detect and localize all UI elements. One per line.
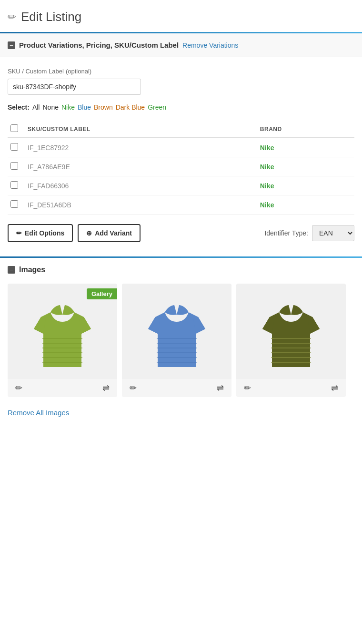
identifier-type-label: Identifier Type:: [264, 229, 308, 237]
brand-cell-3: Nike: [257, 176, 354, 195]
collapse-icon[interactable]: –: [8, 41, 15, 49]
select-nike[interactable]: Nike: [61, 103, 75, 111]
action-row: ✏ Edit Options ⊕ Add Variant Identifier …: [8, 224, 354, 242]
images-section-header: – Images: [0, 258, 362, 276]
brand-cell-2: Nike: [257, 157, 354, 176]
identifier-row: Identifier Type: EAN UPC ISBN ASIN: [264, 225, 354, 241]
select-row: Select: All None Nike Blue Brown Dark Bl…: [8, 103, 354, 111]
shirt-placeholder-2: [122, 284, 231, 379]
select-dark-blue[interactable]: Dark Blue: [116, 103, 145, 111]
images-section: Gallery ✏ ⇌: [0, 276, 362, 424]
sku-input[interactable]: [8, 79, 141, 95]
row-checkbox-1[interactable]: [10, 143, 18, 151]
brand-cell-4: Nike: [257, 195, 354, 215]
sku-label: SKU / Custom Label (optional): [8, 67, 354, 75]
gallery-badge: Gallery: [87, 288, 117, 299]
row-checkbox-4[interactable]: [10, 200, 18, 208]
shirt-placeholder-3: [236, 284, 346, 379]
image-actions-2: ✏ ⇌: [122, 379, 231, 397]
table-header-checkbox: [8, 121, 25, 138]
product-variations-section-header: – Product Variations, Pricing, SKU/Custo…: [0, 33, 362, 57]
edit-listing-icon: ✏: [8, 11, 16, 23]
edit-options-button[interactable]: ✏ Edit Options: [8, 224, 73, 242]
shirt-svg-3: [258, 291, 324, 372]
swap-image-icon-3[interactable]: ⇌: [331, 383, 338, 393]
brand-cell-1: Nike: [257, 138, 354, 157]
sku-cell-2: IF_A786AE9E: [25, 157, 257, 176]
table-row: IF_DE51A6DB Nike: [8, 195, 354, 215]
remove-all-images-link[interactable]: Remove All Images: [8, 409, 69, 417]
sku-cell-4: IF_DE51A6DB: [25, 195, 257, 215]
select-green[interactable]: Green: [148, 103, 166, 111]
variations-section-title: Product Variations, Pricing, SKU/Custom …: [19, 41, 179, 49]
pencil-icon: ✏: [16, 229, 22, 237]
select-none[interactable]: None: [42, 103, 58, 111]
select-all[interactable]: All: [32, 103, 40, 111]
select-label: Select:: [8, 103, 30, 111]
table-row: IF_FAD66306 Nike: [8, 176, 354, 195]
table-row: IF_A786AE9E Nike: [8, 157, 354, 176]
select-blue[interactable]: Blue: [78, 103, 91, 111]
sku-cell-1: IF_1EC87922: [25, 138, 257, 157]
page-title: Edit Listing: [21, 10, 81, 24]
edit-image-icon-3[interactable]: ✏: [244, 383, 251, 393]
remove-variations-link[interactable]: Remove Variations: [182, 41, 238, 49]
add-variant-label: Add Variant: [95, 229, 132, 237]
swap-image-icon-1[interactable]: ⇌: [102, 383, 110, 393]
images-collapse-icon[interactable]: –: [8, 266, 15, 274]
page-header: ✏ Edit Listing: [0, 0, 362, 32]
plus-icon: ⊕: [86, 229, 92, 237]
image-item-1: Gallery ✏ ⇌: [8, 284, 117, 397]
images-section-title: Images: [19, 266, 45, 274]
image-item-2: ✏ ⇌: [122, 284, 231, 397]
add-variant-button[interactable]: ⊕ Add Variant: [78, 224, 141, 242]
shirt-svg-2: [143, 291, 210, 372]
select-brown[interactable]: Brown: [94, 103, 113, 111]
sku-optional: (optional): [66, 68, 91, 75]
shirt-svg-1: [29, 291, 96, 372]
image-actions-3: ✏ ⇌: [236, 379, 346, 397]
table-header-brand: BRAND: [257, 121, 354, 138]
row-checkbox-2[interactable]: [10, 162, 18, 170]
variants-table: SKU/CUSTOM LABEL BRAND IF_1EC87922 Nike …: [8, 121, 354, 215]
variations-content: SKU / Custom Label (optional) Select: Al…: [0, 57, 362, 256]
image-item-3: ✏ ⇌: [236, 284, 346, 397]
table-row: IF_1EC87922 Nike: [8, 138, 354, 157]
edit-image-icon-1[interactable]: ✏: [15, 383, 22, 393]
identifier-type-select[interactable]: EAN UPC ISBN ASIN: [312, 225, 354, 241]
edit-image-icon-2[interactable]: ✏: [130, 383, 137, 393]
sku-cell-3: IF_FAD66306: [25, 176, 257, 195]
table-header-sku: SKU/CUSTOM LABEL: [25, 121, 257, 138]
image-actions-1: ✏ ⇌: [8, 379, 117, 397]
swap-image-icon-2[interactable]: ⇌: [217, 383, 224, 393]
row-checkbox-3[interactable]: [10, 181, 18, 189]
edit-options-label: Edit Options: [25, 229, 64, 237]
select-all-checkbox[interactable]: [10, 124, 18, 132]
images-grid: Gallery ✏ ⇌: [8, 284, 354, 397]
